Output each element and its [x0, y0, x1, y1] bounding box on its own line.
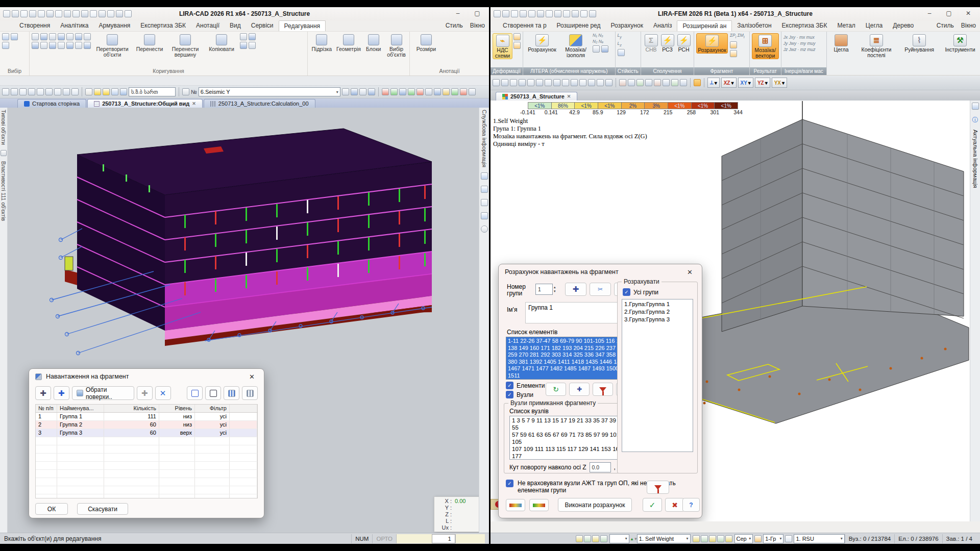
- toolbar-icon[interactable]: [663, 79, 670, 86]
- toolbar-icon[interactable]: [64, 10, 71, 17]
- toolbar-icon[interactable]: [580, 10, 587, 17]
- cancel-button[interactable]: Скасувати: [77, 503, 128, 515]
- table-row[interactable]: 2Группа 260низусі: [36, 421, 257, 429]
- elements-list[interactable]: 1-11 22-26 37-47 58 69-79 90 101-105 116…: [506, 337, 632, 380]
- menu-tab-4[interactable]: Анотації: [191, 20, 225, 31]
- legend-2-button[interactable]: [529, 499, 549, 511]
- toolbar-icon[interactable]: [45, 88, 53, 95]
- view-xy-button[interactable]: XY▾: [738, 78, 753, 88]
- toolbar-icon[interactable]: [40, 42, 47, 49]
- window-menu[interactable]: Вікно: [470, 22, 485, 29]
- toolbar-icon[interactable]: [46, 10, 54, 17]
- levels-icon[interactable]: [182, 88, 189, 95]
- toolbar-icon[interactable]: [481, 172, 488, 180]
- toolbar-icon[interactable]: [32, 33, 39, 40]
- menu-tab-6[interactable]: Експертиза ЗБК: [777, 20, 832, 31]
- panel-actual-info[interactable]: Актуальна інформація: [972, 130, 978, 188]
- toolbar-icon[interactable]: [359, 88, 366, 95]
- refresh-button[interactable]: ↻: [546, 383, 566, 396]
- close-button[interactable]: ✕: [960, 9, 977, 19]
- toolbar-icon[interactable]: [605, 79, 612, 86]
- toolbar-icon[interactable]: [3, 10, 10, 17]
- mosaic-vectors-button[interactable]: ⊞ Мозаїка/ вектори: [752, 33, 779, 59]
- toolbar-icon[interactable]: [600, 535, 607, 542]
- add-disabled-button[interactable]: ✚: [137, 386, 153, 400]
- panel-properties[interactable]: Властивості 111 об'єктів: [1, 161, 7, 221]
- toolbar-icon[interactable]: [351, 88, 358, 95]
- toolbar-icon[interactable]: [116, 10, 123, 17]
- toolbar-icon[interactable]: [645, 79, 652, 86]
- toolbar-icon[interactable]: [2, 88, 9, 95]
- group-list-item[interactable]: 2.Група:Группа 2: [624, 308, 691, 316]
- toolbar-icon[interactable]: [249, 42, 256, 49]
- toolbar-icon[interactable]: [510, 79, 517, 86]
- toolbar-icon[interactable]: [481, 186, 488, 193]
- toolbar-icon[interactable]: [725, 535, 732, 542]
- toolbar-icon[interactable]: [390, 88, 398, 95]
- toolbar-icon[interactable]: [493, 79, 500, 86]
- delete-button[interactable]: ✕: [155, 386, 171, 400]
- geometry-button[interactable]: Геометрія: [336, 33, 362, 52]
- litera-calc-button[interactable]: ⚡ Розрахунок: [525, 33, 559, 53]
- menu-tab-7[interactable]: Метал: [832, 20, 860, 31]
- toolbar-icon[interactable]: [576, 535, 583, 542]
- toolbar-icon[interactable]: [597, 79, 604, 86]
- group-list-item[interactable]: 3.Група:Группа 3: [624, 316, 691, 323]
- rsz-button[interactable]: ⚡ РСЗ: [659, 33, 675, 53]
- toolbar-icon[interactable]: [443, 88, 450, 95]
- toolbar-icon[interactable]: [537, 10, 544, 17]
- toolbar-icon[interactable]: [368, 88, 375, 95]
- group-list-item[interactable]: 1.Група:Группа 1: [624, 300, 691, 308]
- toolbar-icon[interactable]: [572, 10, 579, 17]
- style-menu[interactable]: Стиль: [937, 22, 954, 29]
- toolbar-icon[interactable]: [120, 88, 127, 95]
- toolbar-icon[interactable]: [49, 42, 56, 49]
- toolbar-icon[interactable]: [536, 79, 543, 86]
- num-toggle[interactable]: NUM: [351, 534, 372, 543]
- apply-button[interactable]: ✓: [643, 498, 662, 512]
- toolbar-icon[interactable]: [72, 10, 80, 17]
- add-multi-button[interactable]: ✚: [54, 386, 69, 400]
- toolbar-icon[interactable]: [37, 88, 44, 95]
- mosaic-isofields-button[interactable]: Мозаїка/ ізополя: [561, 33, 591, 58]
- exclude-nodes-checkbox[interactable]: ✓: [506, 480, 513, 487]
- toolbar-icon[interactable]: [701, 535, 708, 542]
- copy-button[interactable]: Копіювати: [205, 33, 238, 52]
- toolbar-icon[interactable]: [494, 10, 501, 17]
- toolbar-icon[interactable]: [416, 88, 424, 95]
- toolbar-icon[interactable]: [240, 33, 247, 40]
- rsn-button[interactable]: ⚡ РСН: [676, 33, 692, 53]
- left-3d-viewport[interactable]: Навантаження на фрагмент ✕ ✚ ✚ Обрати по…: [8, 108, 479, 533]
- panel-service-info[interactable]: Службова інформація: [481, 110, 487, 167]
- groups-table[interactable]: № п/п Найменува... Кількість Рівень Філь…: [35, 404, 258, 498]
- toolbar-icon[interactable]: [785, 535, 792, 542]
- toolbar-icon[interactable]: [107, 10, 114, 17]
- ok-button[interactable]: ОК: [35, 503, 68, 515]
- menu-tab-4[interactable]: Розширений ан: [677, 20, 732, 31]
- blocks-button[interactable]: Блоки: [363, 33, 383, 52]
- toolbar-icon[interactable]: [553, 79, 560, 86]
- help-button[interactable]: ?: [682, 498, 700, 512]
- toolbar-icon[interactable]: [408, 88, 415, 95]
- toolbar-icon[interactable]: [12, 10, 19, 17]
- toolbar-icon[interactable]: [84, 33, 91, 40]
- rsu-combo[interactable]: 1. RSU▾: [794, 534, 844, 543]
- spin-up-icon[interactable]: ▴: [554, 285, 556, 289]
- toolbar-icon[interactable]: [528, 10, 535, 17]
- ser-combo[interactable]: Сер▾: [734, 534, 753, 543]
- isometric-view-button[interactable]: ⟂▾: [707, 78, 720, 88]
- right-3d-viewport[interactable]: <1%86%<1%<1%2%3%<1%<1%<1% -0.1410.14142.…: [491, 101, 970, 521]
- rotation-angle-input[interactable]: 0.0: [590, 462, 611, 472]
- toolbar-icon[interactable]: [451, 88, 458, 95]
- select-floors-button[interactable]: Обрати поверхи..: [72, 386, 134, 400]
- toolbar-icon[interactable]: [584, 535, 591, 542]
- toolbar-icon[interactable]: [519, 79, 526, 86]
- toolbar-icon[interactable]: [601, 45, 608, 53]
- minimize-button[interactable]: –: [449, 9, 467, 19]
- tab-close-icon[interactable]: ✕: [192, 101, 196, 106]
- panel-typical-objects[interactable]: Типові об'єкти: [1, 110, 7, 145]
- toolbar-icon[interactable]: [75, 42, 82, 49]
- toolbar-icon[interactable]: [571, 79, 578, 86]
- tab-structure[interactable]: 250713_A_Structure ✕: [496, 92, 577, 101]
- move-vertex-button[interactable]: Перенести вершину: [167, 33, 203, 58]
